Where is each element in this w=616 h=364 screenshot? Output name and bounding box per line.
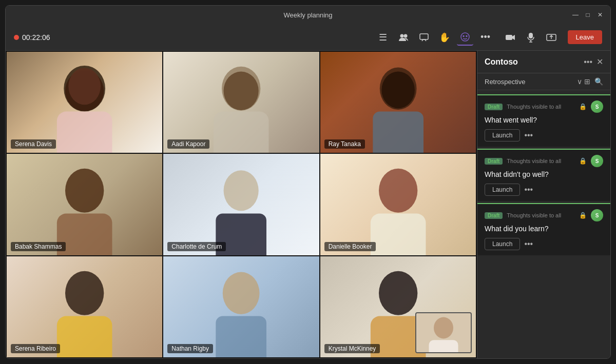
pip-video	[415, 312, 472, 353]
svg-point-20	[381, 72, 415, 109]
name-tag-1: Aadi Kapoor	[167, 139, 209, 149]
svg-point-0	[400, 34, 403, 37]
card-more-button-2[interactable]: •••	[524, 239, 533, 249]
leave-button[interactable]: Leave	[568, 30, 602, 44]
maximize-button[interactable]: □	[584, 11, 592, 19]
svg-rect-6	[506, 35, 512, 40]
svg-point-26	[379, 169, 417, 213]
svg-rect-7	[529, 33, 533, 38]
svg-point-1	[403, 34, 407, 37]
video-bg-2	[320, 52, 476, 153]
card-actions-2: Launch •••	[485, 238, 603, 250]
sidebar-filter-icons: ⊞ 🔍	[584, 77, 603, 86]
card-header-0: Draft Thoughts visible to all 🔒 S	[485, 100, 603, 113]
name-tag-4: Charlotte de Crum	[167, 242, 226, 251]
sidebar-close-icon[interactable]: ✕	[596, 57, 603, 67]
svg-rect-36	[429, 340, 458, 352]
launch-button-0[interactable]: Launch	[485, 129, 520, 141]
svg-point-15	[68, 68, 101, 105]
card-actions-0: Launch •••	[485, 129, 603, 141]
launch-button-1[interactable]: Launch	[485, 184, 520, 196]
search-icon[interactable]: 🔍	[594, 77, 603, 86]
card-actions-1: Launch •••	[485, 184, 603, 196]
toolbar-right-icons: Leave	[502, 29, 602, 46]
draft-badge-0: Draft	[485, 104, 503, 110]
svg-point-5	[466, 35, 467, 36]
svg-point-30	[223, 272, 260, 314]
sidebar-title: Contoso	[485, 57, 584, 67]
sidebar-cards-list: Draft Thoughts visible to all 🔒 S What w…	[477, 90, 610, 358]
card-meta-2: Thoughts visible to all	[507, 212, 575, 218]
sidebar-panel: Contoso ••• ✕ Retrospective ∨ ⊞ 🔍	[477, 51, 610, 358]
microphone-icon[interactable]	[523, 29, 539, 46]
card-question-0: What went well?	[485, 116, 603, 124]
hand-icon[interactable]: ✋	[436, 29, 453, 46]
card-header-1: Draft Thoughts visible to all 🔒 S	[485, 155, 603, 167]
meeting-toolbar: 00:22:06 ☰ ✋	[6, 24, 610, 51]
name-tag-2: Ray Tanaka	[324, 139, 365, 149]
name-tag-8: Krystal McKinney	[324, 344, 380, 353]
video-grid: Serena Davis Aadi Kapoor	[6, 51, 477, 358]
chevron-down-icon: ∨	[577, 77, 582, 86]
video-cell-3: Babak Shammas	[7, 154, 162, 255]
svg-point-28	[65, 271, 104, 315]
lock-icon-2: 🔒	[579, 212, 587, 219]
name-tag-0: Serena Davis	[11, 139, 56, 149]
people-icon[interactable]	[395, 29, 412, 46]
minimize-button[interactable]: —	[571, 11, 580, 19]
draft-badge-2: Draft	[485, 212, 503, 219]
share-screen-icon[interactable]	[543, 29, 560, 46]
retrospective-dropdown[interactable]: Retrospective ∨ ⊞ 🔍	[477, 73, 610, 90]
retro-card-1: Draft Thoughts visible to all 🔒 S What d…	[477, 149, 610, 201]
sidebar-more-icon[interactable]: •••	[584, 57, 592, 67]
draft-badge-1: Draft	[485, 158, 503, 165]
title-bar: Weekly planning — □ ✕	[6, 6, 610, 24]
svg-point-24	[224, 171, 259, 211]
svg-point-4	[463, 35, 464, 36]
card-header-2: Draft Thoughts visible to all 🔒 S	[485, 209, 603, 221]
video-bg-5	[320, 154, 476, 255]
window-title: Weekly planning	[283, 11, 332, 19]
name-tag-3: Babak Shammas	[11, 242, 66, 251]
filter-icon[interactable]: ⊞	[584, 77, 590, 86]
svg-rect-27	[371, 214, 426, 255]
video-cell-0: Serena Davis	[7, 52, 162, 153]
launch-button-2[interactable]: Launch	[485, 238, 520, 250]
chat-icon[interactable]	[416, 29, 432, 46]
video-bg-4	[163, 154, 319, 255]
camera-icon[interactable]	[502, 29, 518, 46]
avatar-1: S	[591, 155, 603, 167]
name-tag-7: Nathan Rigby	[167, 344, 213, 353]
svg-rect-31	[216, 316, 267, 357]
svg-point-32	[379, 271, 417, 315]
svg-rect-21	[373, 112, 424, 153]
video-cell-1: Aadi Kapoor	[163, 52, 319, 153]
participants-icon[interactable]: ☰	[375, 29, 391, 46]
svg-rect-14	[57, 112, 112, 153]
timer-display: 00:22:06	[22, 33, 50, 42]
card-more-button-0[interactable]: •••	[524, 131, 533, 140]
svg-rect-29	[57, 316, 112, 357]
lock-icon-0: 🔒	[579, 103, 587, 110]
reactions-icon[interactable]	[457, 29, 473, 46]
close-button[interactable]: ✕	[596, 11, 604, 19]
sidebar-header-icons: ••• ✕	[584, 57, 603, 67]
sidebar-header: Contoso ••• ✕	[477, 51, 610, 73]
card-question-2: What did you learn?	[485, 225, 603, 233]
video-cell-2: Ray Tanaka	[320, 52, 476, 153]
video-cell-7: Nathan Rigby	[163, 256, 319, 357]
svg-point-35	[434, 317, 453, 339]
more-actions-icon[interactable]: •••	[477, 29, 494, 46]
retro-card-2: Draft Thoughts visible to all 🔒 S What d…	[477, 203, 610, 255]
lock-icon-1: 🔒	[579, 157, 587, 165]
window-controls: — □ ✕	[571, 11, 604, 19]
card-more-button-1[interactable]: •••	[524, 185, 533, 194]
video-bg-7	[163, 256, 319, 357]
main-content: Serena Davis Aadi Kapoor	[6, 51, 610, 358]
dropdown-label: Retrospective	[485, 78, 575, 86]
card-question-1: What didn't go well?	[485, 170, 603, 178]
video-cell-8: Krystal McKinney	[320, 256, 476, 357]
svg-point-17	[224, 72, 259, 110]
video-bg-0	[7, 52, 162, 153]
card-meta-1: Thoughts visible to all	[507, 158, 575, 164]
